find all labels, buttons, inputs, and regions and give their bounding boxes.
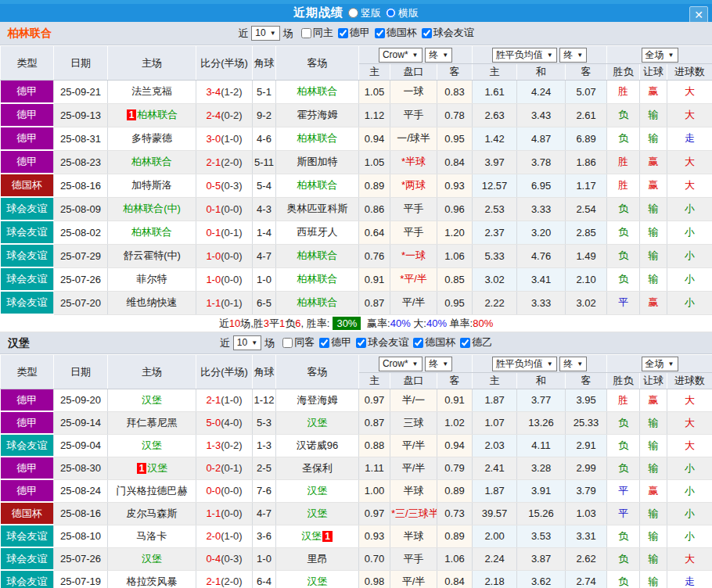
corner-cell: 7-6 xyxy=(253,479,276,502)
team-label: 圣保利 xyxy=(302,462,333,474)
radio-horizontal-input[interactable] xyxy=(386,8,396,18)
match-row: 球会友谊25-07-26汉堡0-4(0-3)1-0里昂0.70平手1.062.2… xyxy=(1,547,712,570)
home-team-cell: 菲尔特 xyxy=(108,267,196,291)
score-main: 1-0 xyxy=(206,250,221,262)
away-team-cell: 柏林联合 xyxy=(276,291,359,314)
handicap-cell: *平/半 xyxy=(390,267,437,291)
filter-checkbox-德甲[interactable]: 德甲 xyxy=(333,26,370,40)
avg-home-cell: 5.33 xyxy=(473,244,517,267)
handicap-cell: 平/半 xyxy=(390,434,437,457)
score-cell: 2-1(1-0) xyxy=(196,389,253,412)
avg-away-cell: 2.91 xyxy=(566,434,607,457)
home-odds-cell: 1.11 xyxy=(359,457,390,479)
avg-home-cell: 39.57 xyxy=(473,502,517,525)
sub-header-result: 胜负 xyxy=(607,64,640,81)
checkbox-input[interactable] xyxy=(356,338,366,348)
score-half: (1-0) xyxy=(221,394,242,406)
filter-checkbox-德甲[interactable]: 德甲 xyxy=(315,335,351,350)
handicap-cell: *一球 xyxy=(390,244,437,267)
scope-dropdown[interactable]: 全场▼ xyxy=(642,48,678,63)
checkbox-input[interactable] xyxy=(460,338,470,348)
filter-checkbox-德国杯[interactable]: 德国杯 xyxy=(370,26,417,40)
home-odds-cell: 0.64 xyxy=(359,220,390,244)
match-row: 德甲25-09-20汉堡2-1(1-0)1-12海登海姆0.97半/一0.911… xyxy=(1,389,712,412)
corner-cell: 1-0 xyxy=(253,547,276,570)
final-avg-dropdown[interactable]: 终▼ xyxy=(559,48,587,63)
date-cell: 25-07-20 xyxy=(54,291,108,314)
crow-dropdown[interactable]: Crow*▼ xyxy=(379,48,423,63)
crow-dropdown[interactable]: Crow*▼ xyxy=(379,357,423,371)
league-cell: 德甲 xyxy=(1,127,54,150)
filter-checkbox-德乙[interactable]: 德乙 xyxy=(455,335,492,350)
handicap-result-cell: 输 xyxy=(640,197,667,220)
checkbox-input[interactable] xyxy=(301,28,311,38)
filter-checkbox-同主[interactable]: 同主 xyxy=(297,26,333,40)
checkbox-input[interactable] xyxy=(282,338,293,348)
checkbox-input[interactable] xyxy=(375,28,385,38)
scope-group-header: 全场▼ xyxy=(607,355,712,373)
close-icon[interactable]: ✕ xyxy=(689,6,708,23)
result-cell: 负 xyxy=(607,244,640,267)
corner-cell: 1-4 xyxy=(253,220,276,244)
filter-checkbox-球会友谊[interactable]: 球会友谊 xyxy=(417,26,474,40)
radio-vertical-layout[interactable]: 竖版 xyxy=(348,6,381,20)
corner-cell: 4-7 xyxy=(253,502,276,525)
handicap-cell: *三/三球半 xyxy=(390,502,437,525)
avg-odds-dropdown[interactable]: 胜平负均值▼ xyxy=(492,48,557,63)
goals-result-cell: 大 xyxy=(667,81,712,104)
col-header-type: 类型 xyxy=(1,355,54,389)
checkbox-input[interactable] xyxy=(422,28,432,38)
away-odds-cell: 0.78 xyxy=(437,103,473,127)
handicap-result-cell: 输 xyxy=(640,502,667,525)
score-main: 5-0 xyxy=(206,417,221,428)
handicap-result-cell: 输 xyxy=(640,525,667,547)
home-team-cell: 维也纳快速 xyxy=(108,291,196,314)
radio-horizontal-layout[interactable]: 横版 xyxy=(386,6,419,20)
handicap-result-cell: 赢 xyxy=(640,150,667,174)
sub-header-goals: 进球数 xyxy=(667,373,712,389)
team-label: 菲尔特 xyxy=(137,273,167,285)
scope-dropdown[interactable]: 全场▼ xyxy=(642,357,678,371)
score-cell: 5-0(4-0) xyxy=(196,411,253,434)
avg-home-cell: 1.07 xyxy=(473,411,517,434)
date-cell: 25-08-16 xyxy=(54,502,108,525)
filter-checkbox-同客[interactable]: 同客 xyxy=(278,335,315,350)
checkbox-input[interactable] xyxy=(319,338,329,348)
avg-draw-cell: 3.77 xyxy=(517,389,566,412)
checkbox-input[interactable] xyxy=(338,28,348,38)
chevron-down-icon: ▼ xyxy=(577,358,583,370)
date-cell: 25-07-29 xyxy=(54,244,108,267)
filter-checkbox-德国杯[interactable]: 德国杯 xyxy=(408,335,455,350)
avg-odds-dropdown[interactable]: 胜平负均值▼ xyxy=(492,357,557,371)
score-main: 1-1 xyxy=(206,507,221,519)
handicap-cell: 一球 xyxy=(390,81,437,104)
games-count-dropdown[interactable]: 10▼ xyxy=(233,335,261,350)
final-odds-dropdown[interactable]: 终▼ xyxy=(425,357,452,371)
date-cell: 25-09-13 xyxy=(54,103,108,127)
goals-result-cell: 小 xyxy=(667,197,712,220)
final-odds-dropdown[interactable]: 终▼ xyxy=(425,48,452,63)
avg-away-cell: 3.02 xyxy=(566,291,607,314)
team-label: 汉堡 xyxy=(307,485,328,497)
away-odds-cell: 0.96 xyxy=(437,197,473,220)
checkbox-input[interactable] xyxy=(413,338,423,348)
summary-segment: 场,胜 xyxy=(240,317,264,331)
chevron-down-icon: ▼ xyxy=(442,358,448,370)
avg-home-cell: 2.22 xyxy=(473,291,517,314)
games-count-dropdown[interactable]: 10▼ xyxy=(251,26,279,41)
radio-vertical-input[interactable] xyxy=(348,8,358,18)
filter-checkbox-球会友谊[interactable]: 球会友谊 xyxy=(351,335,408,350)
result-cell: 负 xyxy=(607,411,640,434)
away-odds-cell: 0.83 xyxy=(437,81,473,104)
odds-group-header: Crow*▼ 终▼ xyxy=(359,46,473,64)
home-team-cell: 马洛卡 xyxy=(108,525,196,547)
result-cell: 负 xyxy=(607,103,640,127)
final-avg-dropdown[interactable]: 终▼ xyxy=(559,357,587,371)
col-header-corner: 角球 xyxy=(253,46,276,81)
away-team-cell: 海登海姆 xyxy=(276,389,359,412)
team-label: 汉诺威96 xyxy=(297,439,338,451)
corner-cell: 1-3 xyxy=(253,434,276,457)
score-cell: 0-1(0-0) xyxy=(196,197,253,220)
rank-badge: 1 xyxy=(127,109,137,120)
corner-cell: 2-5 xyxy=(253,457,276,479)
